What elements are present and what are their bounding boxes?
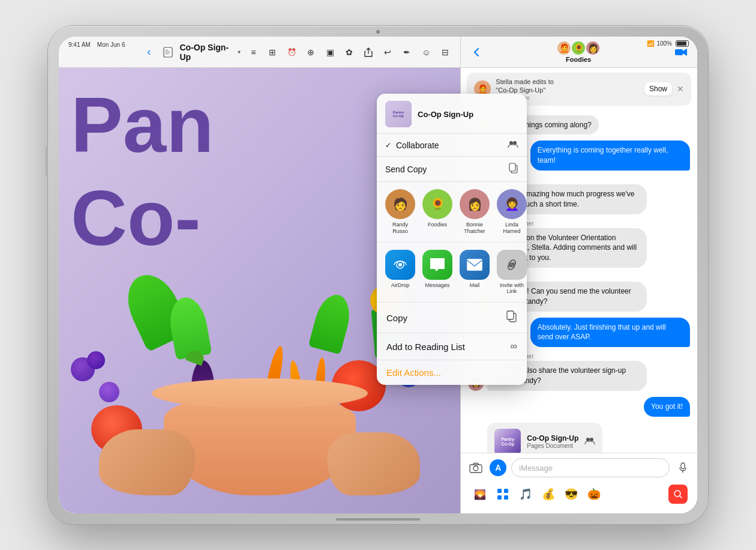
ipad-camera <box>376 30 380 34</box>
camera-button[interactable] <box>467 459 485 477</box>
message-placeholder: iMessage <box>519 464 553 473</box>
svg-rect-7 <box>509 163 515 171</box>
reading-list-label: Add to Reading List <box>386 342 465 352</box>
toolbar-icons: ≡ ⊞ ⏰ ⊕ ▣ ✿ ↩ ✒ ☺ ⊟ <box>244 43 454 61</box>
memoji-button[interactable]: 😎 <box>562 485 581 504</box>
app-mail[interactable]: Mail <box>460 250 490 295</box>
flower-icon[interactable]: ✿ <box>340 43 358 61</box>
edit-actions-label: Edit Actions... <box>386 367 441 378</box>
svg-rect-3 <box>165 53 169 54</box>
pages-app-panel: 9:41 AM Mon Jun 6 ‹ Co-Op Sign-Up <box>59 37 461 513</box>
undo-icon[interactable]: ↩ <box>379 43 397 61</box>
list-icon[interactable]: ≡ <box>244 43 262 61</box>
share-popup-header: PantryCo-Op Co-Op Sign-Up <box>377 94 527 134</box>
search-button[interactable] <box>668 485 688 504</box>
svg-point-9 <box>398 263 402 267</box>
message-bubble: Everything is coming together really wel… <box>530 141 690 171</box>
home-indicator[interactable] <box>336 518 420 521</box>
app-invite-link[interactable]: Invite withLink <box>497 250 527 295</box>
svg-rect-10 <box>467 259 482 271</box>
more-icon[interactable]: ⊟ <box>436 43 454 61</box>
emoji-icon[interactable]: ☺ <box>417 43 435 61</box>
share-popup: PantryCo-Op Co-Op Sign-Up ✓ Collaborate <box>377 94 527 385</box>
svg-rect-12 <box>507 311 514 319</box>
avatar-linda-name: LindaHamed <box>503 222 520 235</box>
collaborate-row[interactable]: ✓ Collaborate <box>377 134 527 157</box>
message-bubble: Absolutely. Just finishing that up and w… <box>530 318 690 348</box>
svg-rect-21 <box>497 495 502 500</box>
wifi-icon: 📶 <box>647 40 654 47</box>
send-copy-label: Send Copy <box>385 165 427 174</box>
copy-label: Copy <box>386 313 407 323</box>
message-content: Everything is coming together really wel… <box>530 141 690 171</box>
pen-icon[interactable]: ✒ <box>398 43 416 61</box>
svg-rect-18 <box>681 463 685 469</box>
shared-doc-type: Pages Document <box>527 443 578 449</box>
audio-button[interactable]: 🎵 <box>516 485 535 504</box>
svg-rect-22 <box>504 495 508 500</box>
shared-doc-name: Co-Op Sign-Up <box>527 434 578 443</box>
invite-link-label: Invite withLink <box>500 282 524 295</box>
document-title-area[interactable]: Co-Op Sign-Up ▾ <box>179 43 241 62</box>
ipad-screen: 9:41 AM Mon Jun 6 ‹ Co-Op Sign-Up <box>59 37 697 513</box>
svg-rect-1 <box>165 50 169 50</box>
messages-back-button[interactable] <box>468 44 485 61</box>
avatar-randy[interactable]: 🧑 RandyRusso <box>385 189 415 235</box>
message-bubble: You got it! <box>644 397 690 417</box>
mail-label: Mail <box>470 282 480 289</box>
messages-bottom-toolbar: 🌄 🎵 💰 😎 🎃 <box>467 482 691 509</box>
appstore-button[interactable] <box>493 485 512 504</box>
group-avatar-3: 👩 <box>586 41 599 55</box>
back-button[interactable]: ‹ <box>141 44 157 61</box>
people-icon <box>508 140 518 150</box>
doc-text-pan: Pan <box>71 86 214 164</box>
messages-header: 📶 100% 🧑‍🦰 🌻 👩 <box>461 37 697 68</box>
share-icon[interactable] <box>359 43 377 61</box>
copy-doc-icon <box>509 163 518 175</box>
avatar-bonnie-name: BonnieThatcher <box>464 222 485 235</box>
avatar-foodies[interactable]: 🌻 Foodies <box>422 189 452 235</box>
timer-icon[interactable]: ⏰ <box>283 43 301 61</box>
mic-button[interactable] <box>674 459 691 476</box>
avatar-foodies-name: Foodies <box>428 222 447 228</box>
message-content: You got it! <box>644 397 690 417</box>
edit-actions-row[interactable]: Edit Actions... <box>377 360 527 385</box>
shared-doc-row: PantryCo-Op Co-Op Sign-Up Pages Document <box>468 423 690 453</box>
message-input[interactable]: iMessage <box>511 458 670 477</box>
insert-icon[interactable]: ⊕ <box>302 43 320 61</box>
avatar-linda[interactable]: 👩‍🦱 LindaHamed <box>497 189 527 235</box>
group-avatar-2: 🌻 <box>572 41 585 55</box>
glasses-icon: ∞ <box>511 341 517 352</box>
apps-button[interactable]: A <box>490 459 506 476</box>
group-avatars: 🧑‍🦰 🌻 👩 <box>557 41 599 55</box>
sticker-button-2[interactable]: 🎃 <box>584 485 604 504</box>
app-airdrop[interactable]: AirDrop <box>385 250 415 295</box>
doc-text-co: Co- <box>71 179 201 257</box>
group-name[interactable]: Foodies <box>566 56 591 63</box>
svg-rect-19 <box>497 489 502 493</box>
group-avatar-1: 🧑‍🦰 <box>557 41 571 55</box>
message-content: Absolutely. Just finishing that up and w… <box>530 318 690 348</box>
status-bar: 9:41 AM Mon Jun 6 <box>68 41 125 48</box>
send-copy-row[interactable]: Send Copy <box>377 157 527 182</box>
avatar-bonnie[interactable]: 👩 BonnieThatcher <box>460 189 490 235</box>
photos-button[interactable]: 🌄 <box>470 485 490 504</box>
messages-status-bar: 📶 100% <box>647 40 689 47</box>
shared-doc-card[interactable]: PantryCo-Op Co-Op Sign-Up Pages Document <box>487 423 602 453</box>
shared-doc-thumbnail: PantryCo-Op <box>494 429 521 453</box>
svg-point-14 <box>586 438 590 441</box>
copy-row[interactable]: Copy <box>377 303 527 333</box>
svg-rect-20 <box>504 489 508 493</box>
ipad-side-button[interactable] <box>46 146 48 176</box>
shared-doc-info: Co-Op Sign-Up Pages Document <box>527 434 578 449</box>
app-messages[interactable]: Messages <box>422 250 452 295</box>
svg-point-5 <box>513 141 517 145</box>
table-icon[interactable]: ⊞ <box>263 43 281 61</box>
notification-close-button[interactable]: ✕ <box>677 84 684 94</box>
share-apps-row: AirDrop Messages <box>377 243 527 303</box>
cash-button[interactable]: 💰 <box>539 485 558 504</box>
image-icon[interactable]: ▣ <box>321 43 339 61</box>
reading-list-row[interactable]: Add to Reading List ∞ <box>377 333 527 360</box>
notification-show-button[interactable]: Show <box>644 82 672 95</box>
airdrop-label: AirDrop <box>391 282 410 289</box>
